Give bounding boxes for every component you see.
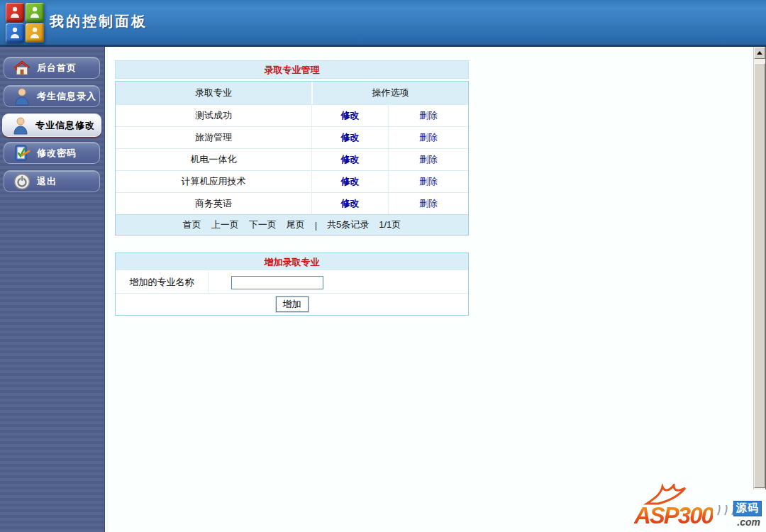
- delete-link[interactable]: 删除: [419, 131, 438, 144]
- sidebar-item-exit[interactable]: 退出: [4, 170, 100, 192]
- edit-cell: 修改: [312, 149, 389, 170]
- table-row: 测试成功修改删除: [116, 104, 468, 126]
- page-title: 我的控制面板: [50, 12, 148, 31]
- edit-cell: 修改: [312, 171, 389, 192]
- logo-tile-green: [26, 3, 44, 22]
- add-button-row: 增加: [116, 294, 468, 315]
- app-window: 我的控制面板 后台首页考生信息录入专业信息修改修改密码退出 录取专业管理 录取专…: [0, 0, 766, 532]
- app-logo-icon: [6, 3, 45, 44]
- major-name-cell: 商务英语: [116, 193, 312, 214]
- delete-cell: 删除: [389, 193, 468, 214]
- delete-link[interactable]: 删除: [419, 197, 438, 210]
- add-major-table: 增加录取专业 增加的专业名称 增加: [115, 253, 469, 316]
- major-table: 录取专业 操作选项 测试成功修改删除旅游管理修改删除机电一体化修改删除计算机应用…: [115, 81, 469, 235]
- add-major-panel: 增加录取专业 增加的专业名称 增加: [115, 253, 469, 316]
- major-management-panel: 录取专业管理 录取专业 操作选项 测试成功修改删除旅游管理修改删除机电一体化修改…: [115, 60, 469, 235]
- sidebar-item-entry[interactable]: 考生信息录入: [4, 85, 100, 107]
- content-area: 录取专业管理 录取专业 操作选项 测试成功修改删除旅游管理修改删除机电一体化修改…: [108, 47, 766, 532]
- titlebar: 我的控制面板: [0, 0, 766, 47]
- delete-link[interactable]: 删除: [419, 153, 438, 166]
- person-icon: [13, 87, 31, 106]
- watermark-suffix: .com: [737, 516, 760, 528]
- add-button[interactable]: 增加: [276, 297, 309, 312]
- delete-cell: 删除: [389, 105, 468, 126]
- major-name-cell: 计算机应用技术: [116, 171, 312, 192]
- edit-cell: 修改: [312, 105, 389, 126]
- major-name-cell: 旅游管理: [116, 127, 312, 148]
- record-count: 共5条记录: [327, 218, 369, 231]
- sidebar-item-home[interactable]: 后台首页: [4, 57, 100, 79]
- logo-tile-orange: [26, 23, 44, 43]
- person-icon: [11, 116, 30, 135]
- delete-link[interactable]: 删除: [419, 109, 438, 122]
- column-header-actions: 操作选项: [313, 82, 468, 104]
- pagination-link-3[interactable]: 尾页: [287, 218, 305, 231]
- logo-tile-red: [6, 3, 24, 22]
- edit-cell: 修改: [312, 193, 389, 214]
- logout-icon: [13, 172, 31, 191]
- table-row: 计算机应用技术修改删除: [116, 170, 468, 192]
- scroll-up-button[interactable]: [754, 47, 765, 59]
- watermark-badge: 源码: [733, 501, 762, 516]
- column-header-major: 录取专业: [116, 82, 311, 104]
- add-panel-title: 增加录取专业: [116, 253, 468, 272]
- major-table-header: 录取专业 操作选项: [116, 82, 468, 104]
- edit-link[interactable]: 修改: [341, 131, 360, 144]
- page-info: 1/1页: [379, 218, 401, 231]
- home-icon: [13, 59, 31, 77]
- edit-link[interactable]: 修改: [341, 175, 360, 188]
- sidebar-item-password[interactable]: 修改密码: [4, 142, 100, 164]
- major-name-input-cell: [209, 272, 468, 293]
- scrollbar-thumb[interactable]: [754, 63, 765, 488]
- major-name-label: 增加的专业名称: [116, 272, 209, 293]
- delete-cell: 删除: [389, 149, 468, 170]
- pagination-link-0[interactable]: 首页: [183, 218, 201, 231]
- table-row: 商务英语修改删除: [116, 192, 468, 214]
- pagination-link-2[interactable]: 下一页: [249, 218, 277, 231]
- major-name-cell: 机电一体化: [116, 149, 312, 170]
- delete-cell: 删除: [389, 127, 468, 148]
- logo-tile-blue: [6, 23, 24, 43]
- watermark-brand: ASP300: [634, 502, 713, 529]
- sidebar-item-label: 考生信息录入: [37, 90, 96, 103]
- edit-link[interactable]: 修改: [341, 109, 360, 122]
- sidebar-item-label: 修改密码: [37, 147, 77, 160]
- table-row: 旅游管理修改删除: [116, 126, 468, 148]
- sidebar-item-label: 退出: [37, 175, 57, 188]
- major-name-input[interactable]: [231, 276, 323, 289]
- asp300-watermark: ASP300 源码 .com: [634, 489, 762, 531]
- pagination-link-1[interactable]: 上一页: [211, 218, 239, 231]
- add-major-form-row: 增加的专业名称: [116, 272, 468, 294]
- up-arrow-icon: [757, 51, 762, 55]
- major-name-cell: 测试成功: [116, 105, 312, 126]
- password-icon: [13, 144, 31, 162]
- sidebar-item-label: 专业信息修改: [35, 119, 95, 132]
- sidebar-item-label: 后台首页: [37, 62, 77, 74]
- edit-link[interactable]: 修改: [341, 153, 360, 166]
- delete-link[interactable]: 删除: [419, 175, 438, 188]
- sidebar: 后台首页考生信息录入专业信息修改修改密码退出: [0, 47, 105, 532]
- pagination-separator: |: [315, 220, 317, 231]
- delete-cell: 删除: [389, 171, 468, 192]
- edit-link[interactable]: 修改: [341, 197, 360, 210]
- sidebar-item-major[interactable]: 专业信息修改: [2, 113, 101, 137]
- scrollbar[interactable]: [753, 47, 766, 489]
- pagination-bar: 首页上一页下一页尾页|共5条记录1/1页: [116, 214, 468, 235]
- edit-cell: 修改: [312, 127, 389, 148]
- major-panel-title: 录取专业管理: [115, 60, 469, 79]
- table-row: 机电一体化修改删除: [116, 148, 468, 170]
